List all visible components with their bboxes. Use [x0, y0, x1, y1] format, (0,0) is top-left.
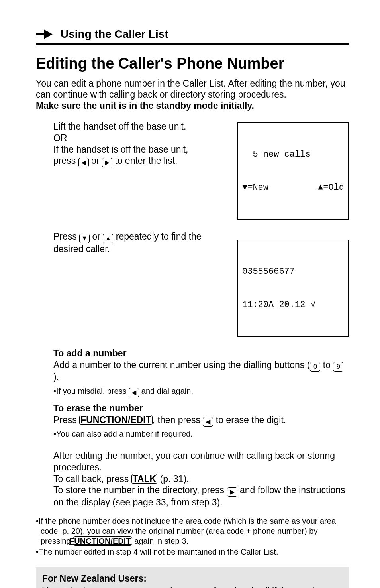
lcd-display-2: 0355566677 11:20A 20.12 √	[237, 240, 349, 337]
step4-line2a: To call back, press	[53, 474, 131, 484]
add-number-body-b: to	[320, 360, 333, 370]
intro-standby-note: Make sure the unit is in the standby mod…	[36, 100, 254, 111]
step-2-line1b: or	[90, 231, 103, 242]
bullet-1b: again in step 3.	[132, 537, 188, 545]
lcd2-line2: 11:20A 20.12 √	[242, 299, 344, 311]
function-edit-key: FUNCTION/EDIT	[79, 415, 153, 425]
left-arrow-button-3: ◀	[203, 417, 213, 427]
erase-body-b: , then press	[153, 415, 203, 425]
right-arrow-button-2: ▶	[227, 487, 237, 497]
svg-rect-0	[36, 33, 44, 35]
down-arrow-button: ▼	[79, 234, 90, 243]
section-title: Using the Caller List	[61, 28, 168, 41]
function-edit-key-2: FUNCTION/EDIT	[73, 536, 132, 546]
step-2-line1c: repeatedly to find the	[113, 231, 201, 242]
step-1-line2: OR	[53, 132, 226, 144]
step-2-text: Press ▼ or ▲ repeatedly to find the desi…	[36, 231, 226, 255]
erase-body-a: Press	[53, 415, 79, 425]
step-1-line3: If the handset is off the base unit,	[53, 144, 226, 155]
add-number-body-a: Add a number to the current number using…	[53, 360, 310, 370]
step-3-block: To add a number Add a number to the curr…	[36, 348, 349, 439]
intro-paragraph: You can edit a phone number in the Calle…	[36, 78, 349, 100]
add-number-heading: To add a number	[53, 348, 349, 359]
lcd1-line1: 5 new calls	[242, 149, 344, 160]
left-arrow-button: ◀	[78, 158, 89, 167]
svg-marker-1	[44, 29, 53, 39]
step-1-line4b: or	[89, 155, 102, 166]
arrow-bullet-icon	[36, 28, 53, 41]
footnotes: •If the phone number does not include th…	[36, 516, 349, 557]
key-9: 9	[333, 362, 343, 372]
section-divider	[36, 43, 349, 45]
add-number-note-b: and dial again.	[139, 387, 193, 395]
erase-note: •You can also add a number if required.	[53, 429, 349, 439]
erase-body-c: to erase the digit.	[213, 415, 286, 425]
talk-key: TALK	[131, 474, 158, 484]
up-arrow-button: ▲	[103, 234, 113, 243]
key-0: 0	[310, 362, 320, 372]
step-2-line2: desired caller.	[53, 243, 226, 255]
step-1-text: Lift the handset off the base unit. OR I…	[36, 121, 226, 167]
step-1-line4a: press	[53, 155, 78, 166]
page-heading: Editing the Caller's Phone Number	[36, 55, 349, 72]
left-arrow-button-2: ◀	[129, 388, 139, 397]
step-2-line1a: Press	[53, 231, 79, 242]
step4-line2b: (p. 31).	[157, 474, 189, 484]
bullet-2: •The number edited in step 4 will not be…	[36, 547, 349, 557]
step-4-block: After editing the number, you can contin…	[36, 450, 349, 508]
lcd2-line1: 0355566677	[242, 266, 344, 277]
right-arrow-button: ▶	[102, 158, 112, 167]
nz-users-infobox: For New Zealand Users: Your telephone co…	[36, 567, 349, 588]
add-number-body-c: ).	[53, 372, 59, 382]
lcd1-line2-left: ▼=New	[242, 182, 268, 193]
step4-line1: After editing the number, you can contin…	[53, 450, 349, 473]
add-number-note-a: •If you misdial, press	[53, 387, 129, 395]
erase-number-heading: To erase the number	[53, 403, 349, 414]
step4-line3a: To store the number in the directory, pr…	[53, 485, 227, 495]
step-1-line1: Lift the handset off the base unit.	[53, 121, 226, 132]
infobox-title: For New Zealand Users:	[42, 573, 343, 584]
infobox-body: Your telephone company may charge you fo…	[42, 585, 343, 588]
lcd1-line2-right: ▲=Old	[318, 182, 344, 193]
step-1-line4c: to enter the list.	[112, 155, 178, 166]
lcd-display-1: 5 new calls ▼=New ▲=Old	[237, 122, 349, 220]
